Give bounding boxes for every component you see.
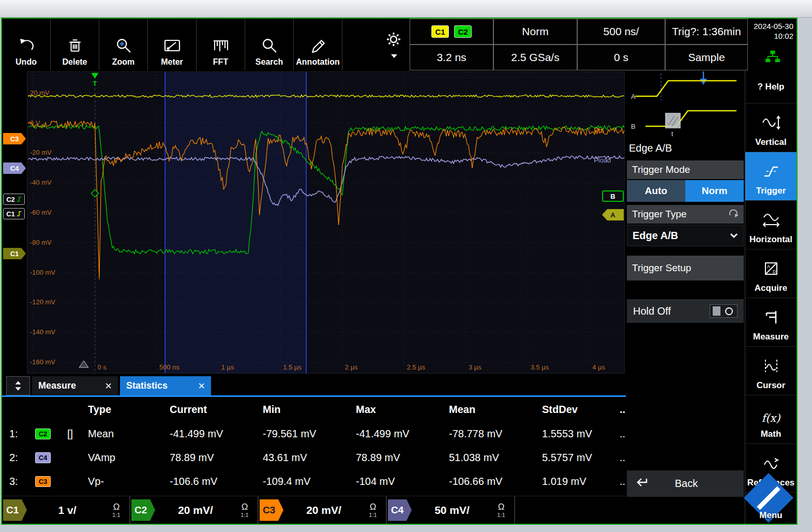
channel-marker-c1-ground[interactable]: C1 (3, 248, 26, 259)
active-channels-cell[interactable]: C1 C2 (410, 19, 493, 45)
channel-control-c1[interactable]: C1 1 v/ Ω 1:1 (2, 496, 130, 524)
acquisition-mode-cell[interactable]: Sample (665, 45, 748, 70)
header-max: Max (356, 404, 449, 416)
waveform-c4[interactable] (28, 156, 624, 205)
network-status[interactable] (748, 45, 798, 70)
zoom-button[interactable]: Zoom (99, 19, 148, 70)
undo-button[interactable]: Undo (2, 19, 51, 70)
nav-acquire[interactable]: A D Acquire (745, 249, 796, 298)
trigger-source-marker-c1[interactable]: C1 (3, 208, 25, 219)
meter-button[interactable]: Meter (148, 19, 197, 70)
channel-scale-c4: 50 mV/ (412, 504, 492, 516)
dock-sort-button[interactable] (6, 376, 30, 395)
sample-rate-cell[interactable]: 2.5 GSa/s (493, 45, 577, 70)
undo-icon (18, 38, 35, 53)
waveform-display: T20 mV0 V-20 mV-40 mV-60 mV-80 mV-100 mV… (2, 70, 626, 375)
back-icon (636, 477, 650, 491)
table-row[interactable]: 1: C2 [] Mean -41.499 mV -79.561 mV -41.… (2, 422, 626, 446)
trigger-position-marker[interactable] (92, 73, 99, 79)
refresh-icon[interactable] (728, 209, 739, 220)
nav-measure[interactable]: Measure (745, 298, 796, 347)
nav-math[interactable]: f(x) Math (745, 395, 796, 444)
trigger-type-select[interactable]: Edge A/B (627, 225, 744, 246)
back-label: Back (650, 478, 723, 490)
row-more[interactable]: .. (620, 428, 626, 440)
fft-button[interactable]: FFT (197, 19, 245, 70)
channel-marker-c4[interactable]: C4 (3, 162, 26, 174)
more-caret-icon[interactable] (391, 54, 397, 58)
resolution-cell[interactable]: 3.2 ns (410, 45, 493, 70)
table-row[interactable]: 2: C4 VAmp 78.89 mV 43.61 mV 78.89 mV 51… (2, 446, 626, 469)
y-tick-label: -100 mV (30, 269, 55, 276)
waveform-c2[interactable] (28, 125, 624, 254)
trigger-mode-auto-button[interactable]: Auto (627, 180, 685, 202)
nav-math-label: Math (761, 429, 781, 439)
annotation-label: Annotation (296, 57, 339, 67)
header-more[interactable]: .. (620, 404, 626, 416)
fx-icon: f(x) (761, 412, 780, 424)
gear-icon[interactable] (386, 32, 401, 47)
waveform-c1[interactable] (28, 95, 624, 97)
trigger-mode-norm-button[interactable]: Norm (685, 180, 744, 202)
channel-control-c3[interactable]: C3 20 mV/ Ω 1:1 (259, 496, 387, 524)
undo-label: Undo (16, 57, 37, 67)
nav-menu[interactable]: Menu (745, 493, 796, 525)
nav-vertical[interactable]: Vertical (745, 104, 796, 152)
tab-statistics[interactable]: Statistics × (120, 376, 211, 395)
nav-references[interactable]: References (745, 444, 796, 493)
y-tick-label: -140 mV (30, 328, 55, 336)
channel-badge-c2[interactable]: C2 (454, 25, 472, 38)
search-button[interactable]: Search (245, 19, 294, 70)
holdoff-toggle[interactable] (710, 304, 738, 318)
svg-text:A: A (631, 93, 636, 100)
probe-ratio: 1:1 (492, 512, 510, 518)
timebase-cell[interactable]: 500 ns/ (577, 19, 665, 45)
row-current: -41.499 mV (170, 428, 263, 440)
datetime: 2024-05-30 10:02 (748, 19, 798, 45)
nav-trigger[interactable]: Trigger (745, 152, 796, 201)
row-gate-marker: [] (67, 428, 88, 440)
position-cell[interactable]: 0 s (577, 45, 665, 70)
updown-icon (12, 380, 24, 392)
back-button[interactable]: Back (627, 470, 744, 497)
reference-position-marker[interactable] (79, 361, 88, 367)
trigger-mode-cell[interactable]: Norm (493, 19, 577, 45)
annotation-button[interactable]: Annotation (294, 19, 342, 70)
row-current: -106.6 mV (170, 476, 263, 487)
channel-control-c2[interactable]: C2 20 mV/ Ω 1:1 (130, 496, 259, 524)
nav-horizontal[interactable]: Horizontal (745, 201, 796, 249)
table-header: Type Current Min Max Mean StdDev .. (2, 397, 626, 422)
nav-help[interactable]: ? Help (745, 70, 796, 104)
table-row[interactable]: 3: C3 Vp- -106.6 mV -109.4 mV -104 mV -1… (2, 469, 626, 493)
trigger-status-cell[interactable]: Trig?: 1:36min (665, 19, 748, 45)
tab-statistics-close-icon[interactable]: × (198, 379, 205, 393)
trigger-panel: A B t Edge A/B Trigger Mode Auto Norm Tr… (626, 70, 745, 524)
row-more[interactable]: .. (620, 476, 626, 487)
tab-measure[interactable]: Measure × (32, 376, 118, 395)
measure-icon (763, 309, 779, 327)
trigger-setup-button[interactable]: Trigger Setup (627, 256, 744, 280)
trigger-level-marker-b[interactable]: B (602, 190, 624, 202)
nav-cursor[interactable]: Cursor (745, 347, 796, 395)
tab-measure-close-icon[interactable]: × (105, 379, 112, 393)
channel-marker-c3[interactable]: C3 (3, 133, 26, 144)
delete-button[interactable]: Delete (51, 19, 99, 70)
trash-icon (67, 38, 83, 53)
row-mean: -106.66 mV (449, 476, 542, 487)
trigger-level-marker[interactable] (92, 190, 99, 197)
holdoff-label: Hold Off (633, 305, 671, 317)
channel-badge-c1[interactable]: C1 (431, 25, 449, 38)
waveform-c3[interactable] (28, 121, 624, 279)
x-tick-label: 1 µs (221, 363, 234, 371)
channel-control-c4[interactable]: C4 50 mV/ Ω 1:1 (387, 496, 515, 524)
header-mean: Mean (449, 404, 542, 416)
row-more[interactable]: .. (620, 452, 626, 464)
channel-coupling-c3: Ω 1:1 (364, 503, 386, 518)
impedance-icon: Ω (364, 503, 382, 511)
row-current: 78.89 mV (170, 452, 263, 464)
meter-icon (163, 38, 181, 53)
row-channel-chip: C2 (35, 428, 51, 439)
trigger-source-marker-c2[interactable]: C2 (3, 194, 25, 205)
y-tick-label: -80 mV (30, 239, 52, 246)
waveform-plot[interactable]: T20 mV0 V-20 mV-40 mV-60 mV-80 mV-100 mV… (27, 71, 625, 374)
